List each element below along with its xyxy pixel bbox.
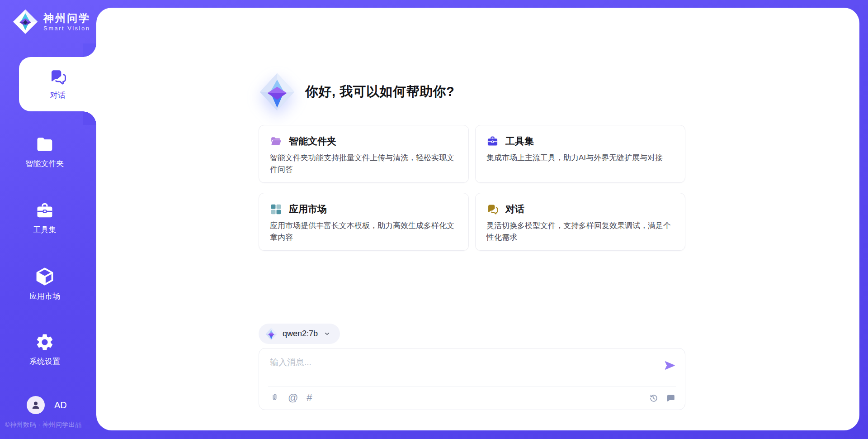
mention-icon[interactable]: @ bbox=[288, 393, 298, 403]
message-input[interactable] bbox=[270, 357, 659, 383]
card-description: 集成市场上主流工具，助力AI与外界无缝扩展与对接 bbox=[486, 152, 674, 164]
history-icon[interactable] bbox=[649, 393, 659, 403]
chevron-down-icon bbox=[323, 330, 331, 338]
greeting-text: 你好, 我可以如何帮助你? bbox=[305, 83, 454, 101]
folder-icon bbox=[35, 134, 55, 154]
sidebar-item-toolbox[interactable]: 工具集 bbox=[0, 201, 90, 235]
sidebar-item-label: 系统设置 bbox=[29, 356, 60, 367]
card-description: 智能文件夹功能支持批量文件上传与清洗，轻松实现文件问答 bbox=[270, 152, 458, 175]
chat-icon bbox=[49, 68, 67, 86]
sidebar-item-app-market[interactable]: 应用市场 bbox=[0, 266, 90, 301]
cube-icon bbox=[34, 266, 55, 287]
briefcase-icon bbox=[486, 135, 499, 148]
avatar bbox=[27, 396, 45, 414]
composer-divider bbox=[268, 387, 676, 387]
hash-icon[interactable]: # bbox=[307, 393, 312, 403]
grid-icon bbox=[270, 203, 282, 215]
card-title: 工具集 bbox=[505, 135, 534, 148]
person-icon bbox=[30, 400, 41, 410]
app-title: 神州问学 bbox=[43, 12, 90, 25]
card-title: 对话 bbox=[505, 203, 524, 215]
sidebar-item-smart-folder[interactable]: 智能文件夹 bbox=[0, 134, 90, 169]
greeting-diamond-icon bbox=[259, 72, 295, 111]
chat-icon bbox=[486, 203, 499, 215]
card-app-market[interactable]: 应用市场 应用市场提供丰富长文本模板，助力高效生成多样化文章内容 bbox=[259, 193, 469, 251]
card-chat[interactable]: 对话 灵活切换多模型文件，支持多样回复效果调试，满足个性化需求 bbox=[475, 193, 685, 251]
app-logo: 神州问学 Smart Vision bbox=[13, 9, 90, 34]
card-title: 智能文件夹 bbox=[289, 135, 336, 148]
model-diamond-icon bbox=[265, 328, 277, 340]
sidebar-item-label: 对话 bbox=[50, 90, 66, 100]
message-composer: @ # bbox=[259, 348, 685, 410]
copyright-footer: ©神州数码 · 神州问学出品 bbox=[5, 421, 82, 429]
sidebar-item-label: 应用市场 bbox=[29, 291, 60, 301]
active-tab-curve-bottom bbox=[83, 111, 96, 125]
toolbox-icon bbox=[35, 201, 54, 220]
folder-open-icon bbox=[270, 135, 282, 148]
card-description: 应用市场提供丰富长文本模板，助力高效生成多样化文章内容 bbox=[270, 220, 458, 243]
active-tab-curve-top bbox=[83, 43, 96, 57]
model-name: qwen2:7b bbox=[283, 329, 318, 339]
sidebar-item-label: 智能文件夹 bbox=[26, 158, 64, 169]
user-account[interactable]: AD bbox=[27, 396, 67, 414]
chat-bubble-icon[interactable] bbox=[665, 393, 675, 403]
sidebar-item-chat[interactable]: 对话 bbox=[19, 57, 96, 111]
app-subtitle: Smart Vision bbox=[43, 25, 90, 32]
gear-icon bbox=[35, 332, 55, 352]
sidebar-item-label: 工具集 bbox=[33, 224, 57, 235]
sidebar-item-settings[interactable]: 系统设置 bbox=[0, 332, 90, 367]
diamond-logo-icon bbox=[13, 9, 38, 34]
card-toolbox[interactable]: 工具集 集成市场上主流工具，助力AI与外界无缝扩展与对接 bbox=[475, 125, 685, 183]
card-title: 应用市场 bbox=[289, 203, 327, 215]
user-name: AD bbox=[54, 400, 67, 410]
send-icon[interactable] bbox=[664, 359, 676, 372]
card-description: 灵活切换多模型文件，支持多样回复效果调试，满足个性化需求 bbox=[486, 220, 674, 243]
card-smart-folder[interactable]: 智能文件夹 智能文件夹功能支持批量文件上传与清洗，轻松实现文件问答 bbox=[259, 125, 469, 183]
greeting: 你好, 我可以如何帮助你? bbox=[259, 72, 454, 111]
model-selector[interactable]: qwen2:7b bbox=[259, 324, 340, 344]
paperclip-icon[interactable] bbox=[270, 392, 279, 403]
feature-cards: 智能文件夹 智能文件夹功能支持批量文件上传与清洗，轻松实现文件问答 工具集 集成… bbox=[259, 125, 685, 251]
